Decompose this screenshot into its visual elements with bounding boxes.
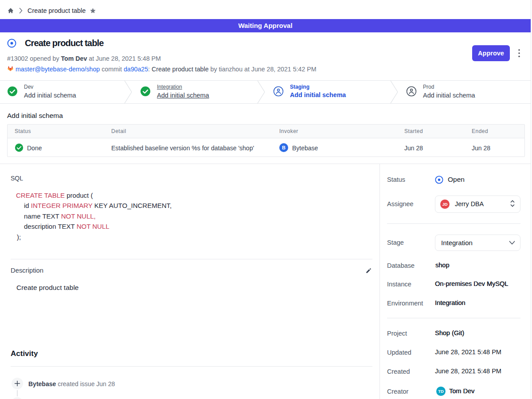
svg-text:B: B — [282, 145, 286, 150]
